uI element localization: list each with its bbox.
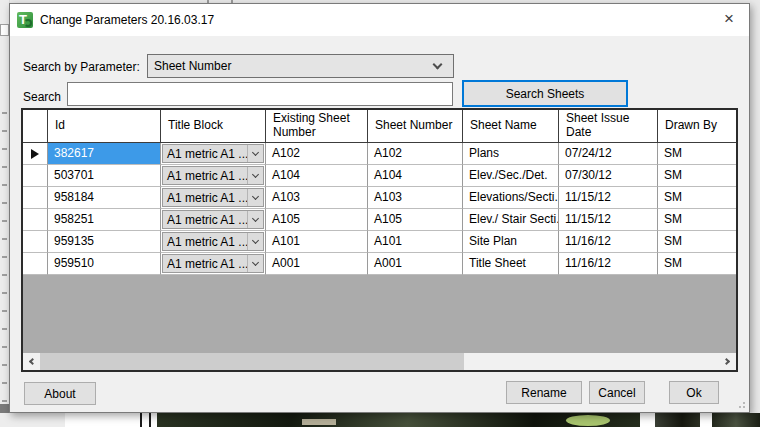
cell-title-block[interactable]: A1 metric A1 ... xyxy=(161,231,266,253)
background-photo-strip xyxy=(0,413,760,427)
cell-sheet-issue-date[interactable]: 11/15/12 xyxy=(559,209,658,231)
rename-button[interactable]: Rename xyxy=(506,381,582,404)
cell-existing-sheet-number[interactable]: A103 xyxy=(266,187,368,209)
cell-id[interactable]: 382617 xyxy=(48,143,161,165)
cell-sheet-issue-date[interactable]: 11/16/12 xyxy=(559,253,658,275)
cell-sheet-number[interactable]: A104 xyxy=(368,165,463,187)
cell-id[interactable]: 959510 xyxy=(48,253,161,275)
chevron-down-icon xyxy=(248,262,263,265)
title-bar[interactable]: T Change Parameters 20.16.03.17 × xyxy=(10,4,749,36)
cancel-button[interactable]: Cancel xyxy=(589,381,645,404)
column-header-sheet-number[interactable]: Sheet Number xyxy=(368,110,463,143)
column-header-existing-sheet-number[interactable]: Existing Sheet Number xyxy=(266,110,368,143)
cell-id[interactable]: 959135 xyxy=(48,231,161,253)
cell-sheet-name[interactable]: Elev./ Stair Secti... xyxy=(463,209,559,231)
ok-button[interactable]: Ok xyxy=(669,381,719,404)
title-block-combo[interactable]: A1 metric A1 ... xyxy=(162,166,264,185)
column-header-title-block[interactable]: Title Block xyxy=(161,110,266,143)
chevron-down-icon xyxy=(248,152,263,155)
close-icon[interactable]: × xyxy=(713,4,745,34)
cell-drawn-by[interactable]: SM xyxy=(658,165,736,187)
dialog-title: Change Parameters 20.16.03.17 xyxy=(40,13,214,27)
table-row: 958184A1 metric A1 ...A103A103Elevations… xyxy=(23,187,736,209)
cell-sheet-number[interactable]: A001 xyxy=(368,253,463,275)
chevron-down-icon xyxy=(248,240,263,243)
cell-drawn-by[interactable]: SM xyxy=(658,231,736,253)
title-block-combo[interactable]: A1 metric A1 ... xyxy=(162,144,264,163)
title-block-combo[interactable]: A1 metric A1 ... xyxy=(162,232,264,251)
column-header-sheet-issue-date[interactable]: Sheet Issue Date xyxy=(559,110,658,143)
about-button[interactable]: About xyxy=(24,382,96,405)
scroll-left-button[interactable] xyxy=(23,353,40,370)
chevron-down-icon xyxy=(248,196,263,199)
cell-sheet-issue-date[interactable]: 07/24/12 xyxy=(559,143,658,165)
cell-sheet-number[interactable]: A105 xyxy=(368,209,463,231)
cell-sheet-issue-date[interactable]: 07/30/12 xyxy=(559,165,658,187)
cell-existing-sheet-number[interactable]: A105 xyxy=(266,209,368,231)
cell-title-block[interactable]: A1 metric A1 ... xyxy=(161,209,266,231)
table-row: 503701A1 metric A1 ...A104A104Elev./Sec.… xyxy=(23,165,736,187)
cell-existing-sheet-number[interactable]: A102 xyxy=(266,143,368,165)
row-selector[interactable] xyxy=(23,165,48,187)
background-dots-pattern xyxy=(2,112,7,402)
cell-existing-sheet-number[interactable]: A104 xyxy=(266,165,368,187)
cell-id[interactable]: 958251 xyxy=(48,209,161,231)
grid-body: 382617A1 metric A1 ...A102A102Plans07/24… xyxy=(23,143,736,275)
cell-existing-sheet-number[interactable]: A101 xyxy=(266,231,368,253)
cell-sheet-name[interactable]: Site Plan xyxy=(463,231,559,253)
selected-parameter: Sheet Number xyxy=(154,59,434,73)
cell-title-block[interactable]: A1 metric A1 ... xyxy=(161,143,266,165)
cell-sheet-name[interactable]: Elev./Sec./Det. xyxy=(463,165,559,187)
cell-drawn-by[interactable]: SM xyxy=(658,253,736,275)
search-by-parameter-label: Search by Parameter: xyxy=(23,60,140,74)
cell-drawn-by[interactable]: SM xyxy=(658,143,736,165)
scroll-right-button[interactable] xyxy=(719,353,736,370)
cell-sheet-issue-date[interactable]: 11/15/12 xyxy=(559,187,658,209)
cell-sheet-number[interactable]: A102 xyxy=(368,143,463,165)
search-sheets-button[interactable]: Search Sheets xyxy=(462,80,628,107)
cell-sheet-name[interactable]: Title Sheet xyxy=(463,253,559,275)
cell-sheet-name[interactable]: Plans xyxy=(463,143,559,165)
row-selector[interactable] xyxy=(23,253,48,275)
cell-title-block[interactable]: A1 metric A1 ... xyxy=(161,187,266,209)
cell-sheet-issue-date[interactable]: 11/16/12 xyxy=(559,231,658,253)
column-header-id[interactable]: Id xyxy=(48,110,161,143)
row-selector[interactable] xyxy=(23,187,48,209)
table-row: 382617A1 metric A1 ...A102A102Plans07/24… xyxy=(23,143,736,165)
cell-sheet-name[interactable]: Elevations/Secti... xyxy=(463,187,559,209)
cell-sheet-number[interactable]: A101 xyxy=(368,231,463,253)
cell-title-block[interactable]: A1 metric A1 ... xyxy=(161,253,266,275)
title-block-combo[interactable]: A1 metric A1 ... xyxy=(162,188,264,207)
grid-header: IdTitle BlockExisting Sheet NumberSheet … xyxy=(23,110,736,143)
table-row: 959510A1 metric A1 ...A001A001Title Shee… xyxy=(23,253,736,275)
cell-drawn-by[interactable]: SM xyxy=(658,209,736,231)
row-selector-header[interactable] xyxy=(23,110,48,143)
title-block-combo[interactable]: A1 metric A1 ... xyxy=(162,254,264,273)
cell-drawn-by[interactable]: SM xyxy=(658,187,736,209)
chevron-down-icon xyxy=(248,174,263,177)
cell-title-block[interactable]: A1 metric A1 ... xyxy=(161,165,266,187)
scrollbar-track[interactable] xyxy=(40,353,719,370)
column-header-drawn-by[interactable]: Drawn By xyxy=(658,110,736,143)
current-row-arrow-icon xyxy=(31,149,39,159)
cell-id[interactable]: 503701 xyxy=(48,165,161,187)
grid-empty-area xyxy=(23,275,736,353)
sheets-grid: IdTitle BlockExisting Sheet NumberSheet … xyxy=(21,108,738,372)
search-by-parameter-select[interactable]: Sheet Number xyxy=(147,54,454,78)
title-block-combo[interactable]: A1 metric A1 ... xyxy=(162,210,264,229)
scrollbar-thumb[interactable] xyxy=(40,353,464,370)
search-input[interactable] xyxy=(67,82,453,106)
resize-grip[interactable] xyxy=(737,400,745,408)
cell-existing-sheet-number[interactable]: A001 xyxy=(266,253,368,275)
cell-sheet-number[interactable]: A103 xyxy=(368,187,463,209)
table-row: 958251A1 metric A1 ...A105A105Elev./ Sta… xyxy=(23,209,736,231)
horizontal-scrollbar[interactable] xyxy=(23,353,736,370)
row-selector[interactable] xyxy=(23,143,48,165)
column-header-sheet-name[interactable]: Sheet Name xyxy=(463,110,559,143)
change-parameters-dialog: T Change Parameters 20.16.03.17 × Search… xyxy=(9,3,750,413)
table-row: 959135A1 metric A1 ...A101A101Site Plan1… xyxy=(23,231,736,253)
background-mini-icon xyxy=(0,24,9,36)
row-selector[interactable] xyxy=(23,231,48,253)
row-selector[interactable] xyxy=(23,209,48,231)
cell-id[interactable]: 958184 xyxy=(48,187,161,209)
